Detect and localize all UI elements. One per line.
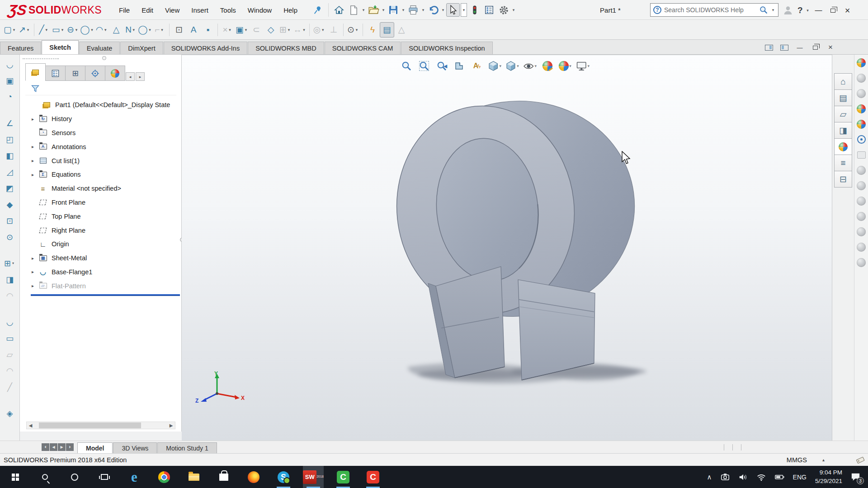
tree-item-annotations[interactable]: ▸ A Annotations (20, 140, 182, 154)
volume-tray-icon[interactable] (738, 472, 748, 482)
appearance-option-icon[interactable] (856, 165, 867, 175)
tree-item-origin[interactable]: ▸ ∟ Origin (20, 237, 182, 251)
firefox-app[interactable] (243, 466, 264, 488)
hidden-icons-chevron[interactable]: ∧ (707, 473, 712, 481)
expand-arrow-icon[interactable]: ▸ (32, 117, 38, 122)
3d-views-tab[interactable]: 3D Views (113, 442, 157, 453)
login-person-icon[interactable] (781, 4, 795, 17)
search-dropdown[interactable]: ▾ (771, 8, 775, 12)
appearance-option-icon[interactable] (856, 73, 867, 83)
graphics-viewport[interactable]: ◀ Aϟ ▾ ▾ ▾ ▾ ▾ (182, 55, 832, 441)
tab-sketch[interactable]: Sketch (42, 40, 79, 54)
select-button[interactable] (446, 3, 460, 17)
scrollbar-thumb[interactable] (39, 422, 141, 428)
separator[interactable]: ▾ (34, 23, 34, 36)
configuration-manager-tab[interactable]: ⊞ (65, 66, 85, 81)
scroll-left-icon[interactable]: ◀ (27, 422, 34, 429)
file-properties-button[interactable] (482, 3, 496, 17)
task-view-button[interactable] (94, 466, 115, 488)
tree-item-sensors[interactable]: ▸ ◔ Sensors (20, 126, 182, 140)
print-button[interactable] (406, 3, 420, 17)
help-dropdown[interactable]: ▾ (806, 8, 810, 13)
save-button[interactable] (387, 3, 400, 17)
scroll-right-icon[interactable]: ▶ (167, 422, 175, 429)
display-manager-tab[interactable] (105, 66, 125, 81)
spacer[interactable]: ▾ (4, 107, 16, 113)
property-manager-tab[interactable] (45, 66, 66, 81)
new-document-button[interactable] (347, 3, 360, 17)
expand-arrow-icon[interactable]: ▸ (32, 256, 38, 261)
arc-tool[interactable]: ◠▾ (94, 22, 109, 38)
taskbar-search-button[interactable] (34, 466, 55, 488)
open-document-button[interactable] (367, 3, 380, 17)
appearance-option-icon[interactable] (856, 211, 867, 221)
taskpane-forum-tab[interactable]: ⊟ (834, 171, 852, 188)
next-tab-button[interactable]: ▶ (58, 443, 66, 451)
taskpane-file-explorer-tab[interactable]: ▱ (834, 106, 852, 122)
search-icon[interactable] (759, 5, 768, 14)
tree-item-history[interactable]: ▸ ↻ History (20, 112, 182, 126)
instant2d-ruler-toggle[interactable]: ▤▾ (380, 22, 394, 38)
circle-tool[interactable]: ◯▾ (80, 22, 94, 38)
corner-rectangle-tool[interactable]: ▭▾ (51, 22, 66, 38)
side-tool-forming-tool[interactable]: ◆▾ (4, 198, 16, 211)
text-tool[interactable]: A▾ (186, 22, 201, 38)
side-tool-simple-hole[interactable]: ⊙▾ (4, 231, 16, 243)
taskpane-view-palette-tab[interactable]: ◨ (834, 122, 852, 139)
straight-slot-tool[interactable]: ⊖▾ (66, 22, 80, 38)
side-tool-break-corner[interactable]: ◿▾ (4, 166, 16, 178)
pane-right-button[interactable] (778, 42, 790, 52)
spacer[interactable]: ▾ (4, 306, 16, 312)
linear-sketch-pattern-tool[interactable]: ⊞▾ (278, 22, 292, 38)
separator[interactable]: ▾ (169, 23, 170, 36)
tree-item-front-plane[interactable]: ▸ Front Plane (20, 196, 182, 210)
menu-view[interactable]: View (159, 0, 185, 20)
line-tool[interactable]: ╱▾ (37, 22, 51, 38)
menu-window[interactable]: Window (242, 0, 278, 20)
units-caret-icon[interactable]: ▴ (822, 457, 825, 462)
skype-app[interactable]: S (273, 466, 294, 488)
sketch-button[interactable]: ▢▾ (3, 22, 17, 38)
appearance-option-icon[interactable] (856, 196, 867, 206)
side-tool-insert-bends[interactable]: ◠▾ (4, 365, 16, 377)
appearance-option-icon[interactable] (856, 88, 867, 99)
mirror-entities-tool[interactable]: ◇▾ (264, 22, 278, 38)
panel-tabs-scroll-left[interactable]: ◂ (126, 72, 135, 81)
tab-solidworks-add-ins[interactable]: SOLIDWORKS Add-Ins (164, 42, 248, 54)
file-explorer-app[interactable] (184, 466, 204, 488)
tree-item-top-plane[interactable]: ▸ Top Plane (20, 209, 182, 223)
sketch-fillet-tool[interactable]: ⌐▾ (152, 22, 167, 38)
side-tool-fold[interactable]: ◡▾ (4, 316, 16, 328)
pin-toolbar-icon[interactable] (311, 3, 325, 17)
point-tool[interactable]: ▪▾ (201, 22, 215, 38)
tree-item-cut-list[interactable]: ▸ Cut list(1) (20, 154, 182, 168)
tree-filter-row[interactable] (25, 82, 176, 95)
separator[interactable]: ▾ (309, 23, 310, 36)
offset-entities-tool[interactable]: ⊂▾ (249, 22, 264, 38)
repair-sketch-tool[interactable]: ⊥▾ (326, 22, 341, 38)
chrome-app[interactable] (154, 466, 175, 488)
app-minimize-button[interactable]: — (813, 5, 825, 16)
appearance-option-icon[interactable] (856, 257, 867, 267)
edit-part-appearance-icon[interactable] (856, 103, 867, 114)
appearance-option-icon[interactable] (856, 242, 867, 252)
spacer[interactable]: ▾ (4, 247, 16, 253)
tree-item-sheet-metal[interactable]: ▸ ▤ Sheet-Metal (20, 251, 182, 265)
side-tool-sketched-bend[interactable]: ∠▾ (4, 117, 16, 129)
tree-item-right-plane[interactable]: ▸ Right Plane (20, 223, 182, 237)
action-center-button[interactable]: 3 (850, 472, 861, 482)
search-input[interactable] (664, 6, 756, 14)
solidworks-app[interactable]: SW2018 (303, 466, 324, 488)
taskpane-custom-properties-tab[interactable]: ≡ (834, 155, 852, 171)
rapid-sketch-toggle[interactable]: △▾ (394, 22, 409, 38)
tab-dimxpert[interactable]: DimXpert (120, 42, 163, 54)
menu-tools[interactable]: Tools (214, 0, 242, 20)
edit-scene-icon[interactable] (856, 119, 867, 129)
preview-window-icon[interactable] (856, 150, 867, 160)
help-menu-icon[interactable]: ? (797, 5, 803, 15)
tab-evaluate[interactable]: Evaluate (79, 42, 120, 54)
side-tool-unfold[interactable]: ◠▾ (4, 290, 16, 302)
doc-minimize-button[interactable]: — (794, 42, 806, 52)
app-restore-button[interactable] (827, 5, 839, 16)
battery-tray-icon[interactable] (774, 472, 785, 482)
